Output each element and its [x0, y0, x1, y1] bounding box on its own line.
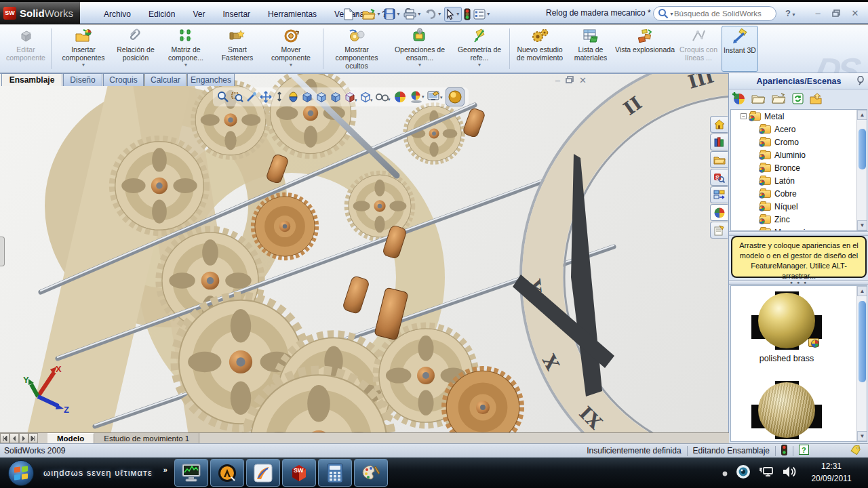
hide-show-items-icon[interactable]: ▾ [375, 92, 391, 102]
open-folder-icon[interactable] [751, 93, 766, 106]
doc-minimize-button[interactable]: – [555, 75, 560, 85]
search-input[interactable] [674, 9, 762, 18]
scroll-up-arrow[interactable]: ▲ [857, 286, 867, 296]
open-folder-alt-icon[interactable] [772, 93, 786, 106]
start-button[interactable] [8, 460, 34, 486]
ribbon-button-vista-explosionada[interactable]: Vista explosionada [614, 26, 675, 72]
ribbon-button-relacion-de-posicion[interactable]: Relación de posición [114, 26, 157, 72]
pane-splitter[interactable]: ● ● ● [729, 280, 868, 285]
front-view-cube-icon[interactable] [315, 91, 328, 103]
print-button[interactable]: ▼ [403, 7, 422, 21]
tree-node-aluminio[interactable]: Aluminio [731, 148, 867, 161]
search-scope-chevron[interactable]: ▼ [669, 12, 674, 16]
tab-diseno[interactable]: Diseño [63, 73, 102, 86]
tab-solidworks-resources[interactable] [710, 116, 728, 133]
open-button[interactable]: ▼ [361, 7, 382, 21]
restore-button[interactable] [829, 7, 844, 18]
tree-node-magnesio[interactable]: Magnesio [731, 226, 867, 231]
ribbon-button-insertar-componentes[interactable]: Insertar componentes ▼ [54, 26, 113, 72]
tree-node-cobre[interactable]: Cobre [731, 187, 867, 200]
rotate-view-icon[interactable] [274, 91, 285, 103]
tab-calcular[interactable]: Calcular [144, 73, 186, 86]
display-style-cube-icon[interactable]: ▾ [344, 91, 357, 103]
tree-node-laton[interactable]: Latón [731, 174, 867, 187]
taskbar-calculator-button[interactable] [318, 459, 352, 487]
edit-appearance-icon[interactable] [393, 90, 407, 104]
tab-appearances-scenes[interactable] [710, 204, 728, 221]
iso-view-cube-icon[interactable] [330, 91, 342, 103]
tag-icon[interactable] [850, 445, 861, 457]
tab-croquis[interactable]: Croquis [103, 73, 144, 86]
menu-insertar[interactable]: Insertar [214, 9, 259, 19]
tree-node-acero[interactable]: Acero [731, 123, 867, 136]
search-box[interactable]: ▼ [653, 6, 776, 21]
tree-node-zinc[interactable]: Zinc [731, 213, 867, 226]
scrollbar-thumb[interactable] [859, 129, 866, 169]
tree-scrollbar[interactable]: ▲ ▼ [856, 110, 867, 230]
scroll-up-arrow[interactable]: ▲ [857, 110, 867, 120]
tree-node-cromo[interactable]: Cromo [731, 136, 867, 148]
ribbon-button-mover-componente[interactable]: Mover componente ▼ [262, 26, 320, 72]
tab-modelo[interactable]: Modelo [47, 433, 94, 443]
zoom-area-icon[interactable] [231, 91, 243, 103]
apply-scene-icon[interactable]: ▾ [409, 90, 425, 104]
rebuild-button[interactable] [463, 7, 471, 22]
graphics-area[interactable]: II III IX X XI [0, 73, 729, 432]
help-button[interactable]: ?▼ [785, 8, 796, 18]
magic-wand-icon[interactable] [245, 91, 258, 103]
menu-ver[interactable]: Ver [184, 9, 214, 19]
zoom-fit-icon[interactable] [217, 91, 229, 103]
ribbon-button-instant-3d[interactable]: Instant 3D [722, 26, 758, 72]
tab-ensamblaje[interactable]: Ensamblaje [1, 73, 62, 86]
close-button[interactable]: ✕ [848, 7, 863, 18]
doc-close-button[interactable]: ✕ [579, 75, 587, 85]
tray-eye-icon[interactable] [736, 464, 751, 482]
ribbon-button-editar-componente[interactable]: Editar componente [3, 26, 48, 72]
minimize-button[interactable]: – [810, 7, 825, 18]
tab-estudio-de-movimiento[interactable]: Estudio de movimiento 1 [94, 433, 199, 443]
swatch-laton-cepillado[interactable]: latón cepillado [751, 381, 822, 442]
wireframe-cube-icon[interactable]: ▾ [359, 91, 373, 103]
taskbar-solidworks-button[interactable]: SW [282, 459, 316, 487]
ribbon-button-operaciones-de-ensamblaje[interactable]: Operaciones de ensam... ▼ [389, 26, 451, 72]
next-tab-button[interactable] [19, 433, 28, 443]
scroll-down-arrow[interactable]: ▼ [857, 431, 867, 441]
up-one-level-icon[interactable] [810, 93, 823, 107]
tab-document-recovery[interactable] [710, 222, 728, 239]
tab-file-explorer[interactable] [710, 151, 728, 168]
taskbar-paint-button[interactable] [354, 459, 388, 487]
appearances-pane-toggle[interactable] [446, 87, 465, 106]
swatch-scrollbar[interactable]: ▲ ▼ [856, 286, 867, 441]
menu-edicion[interactable]: Edición [140, 9, 184, 19]
ribbon-button-geometria-de-referencia[interactable]: Geometría de refe... ▼ [452, 26, 507, 72]
prev-tab-button[interactable] [9, 433, 19, 443]
tab-custom-properties[interactable] [710, 186, 728, 203]
ribbon-button-croquis-con-lineas[interactable]: Croquis con líneas ... [677, 26, 720, 72]
network-tray-icon[interactable] [759, 465, 774, 481]
menu-herramientas[interactable]: Herramientas [259, 9, 326, 19]
ribbon-button-smart-fasteners[interactable]: Smart Fasteners [214, 26, 260, 72]
tree-node-bronce[interactable]: Bronce [731, 161, 867, 174]
options-button[interactable]: ▼ [473, 7, 492, 21]
tab-design-library[interactable] [710, 134, 728, 150]
new-document-button[interactable]: ▼ [342, 7, 360, 22]
select-tool-button[interactable]: ▼ [444, 7, 462, 22]
view-orientation-cube-icon[interactable] [301, 91, 313, 103]
hidden-icons-dot[interactable] [722, 467, 728, 479]
first-tab-button[interactable] [0, 433, 9, 443]
taskbar-aimp-button[interactable] [210, 459, 244, 487]
collapse-icon[interactable]: − [741, 113, 747, 119]
taskbar-clock[interactable]: 12:31 20/09/2011 [802, 460, 861, 485]
pin-icon[interactable] [856, 76, 865, 88]
quick-tips-icon[interactable]: ? [799, 445, 809, 457]
pan-icon[interactable] [260, 91, 272, 103]
tab-enganches[interactable]: Enganches [187, 73, 235, 86]
scroll-down-arrow[interactable]: ▼ [857, 220, 867, 230]
ribbon-button-mostrar-componentes-ocultos[interactable]: Mostrar componentes ocultos [326, 26, 387, 72]
menu-archivo[interactable]: Archivo [95, 9, 140, 19]
ribbon-button-lista-de-materiales[interactable]: Lista de materiales [568, 26, 613, 72]
last-tab-button[interactable] [28, 433, 38, 443]
taskbar-foxit-button[interactable] [246, 459, 280, 487]
pane-splitter[interactable] [729, 231, 868, 236]
ribbon-button-nuevo-estudio-de-movimiento[interactable]: Nuevo estudio de movimiento [513, 26, 567, 72]
